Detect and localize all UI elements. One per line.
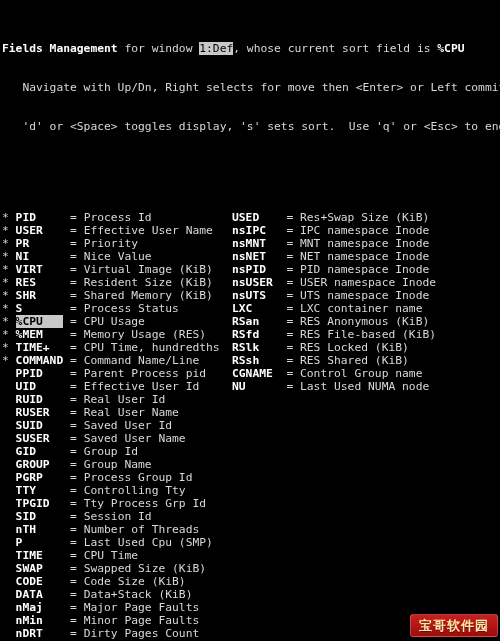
field-row[interactable]: DATA = Data+Stack (KiB) [2,588,498,601]
field-row[interactable]: * %CPU = CPU UsageRSan = RES Anonymous (… [2,315,498,328]
field-left: TIME = CPU Time [2,549,232,562]
field-equals: = [70,471,84,484]
field-star [2,614,16,627]
field-row[interactable]: * COMMAND = Command Name/LineRSsh = RES … [2,354,498,367]
field-left: nDRT = Dirty Pages Count [2,627,232,640]
field-left: * TIME+ = CPU Time, hundredths [2,341,232,354]
field-row[interactable]: CODE = Code Size (KiB) [2,575,498,588]
field-right [232,419,498,432]
field-row[interactable]: SID = Session Id [2,510,498,523]
field-star [2,562,16,575]
field-row[interactable]: nTH = Number of Threads [2,523,498,536]
field-left: GID = Group Id [2,445,232,458]
field-star [2,601,16,614]
field-right: nsPID = PID namespace Inode [232,263,498,276]
field-row[interactable]: GROUP = Group Name [2,458,498,471]
field-left: P = Last Used Cpu (SMP) [2,536,232,549]
field-equals: = [70,250,84,263]
field-row[interactable]: SUID = Saved User Id [2,419,498,432]
field-left: TPGID = Tty Process Grp Id [2,497,232,510]
field-star: * [2,328,16,341]
field-star [2,497,16,510]
field-right: USED = Res+Swap Size (KiB) [232,211,498,224]
field-desc: Effective User Id [84,380,200,393]
field-row[interactable]: * VIRT = Virtual Image (KiB)nsPID = PID … [2,263,498,276]
field-key: VIRT [16,263,64,276]
field-row[interactable]: PPID = Parent Process pidCGNAME = Contro… [2,367,498,380]
field-left: * PID = Process Id [2,211,232,224]
field-sep [63,432,70,445]
field-desc: Effective User Name [84,224,213,237]
field-row[interactable]: nMaj = Major Page Faults [2,601,498,614]
field-equals: = [70,380,84,393]
field-row[interactable]: * TIME+ = CPU Time, hundredthsRSlk = RES… [2,341,498,354]
blank-line [2,159,498,172]
field-row[interactable]: * USER = Effective User NamensIPC = IPC … [2,224,498,237]
field-row[interactable]: * NI = Nice ValuensNET = NET namespace I… [2,250,498,263]
field-sep [63,562,70,575]
field-equals: = [63,315,83,328]
field-equals: = [280,237,300,250]
field-row[interactable]: SWAP = Swapped Size (KiB) [2,562,498,575]
field-desc: IPC namespace Inode [300,224,429,237]
field-sep [63,211,70,224]
field-row[interactable]: SUSER = Saved User Name [2,432,498,445]
field-sep [63,536,70,549]
field-row[interactable]: TTY = Controlling Tty [2,484,498,497]
field-row[interactable]: RUSER = Real User Name [2,406,498,419]
field-sep [63,523,70,536]
header-line-2: Navigate with Up/Dn, Right selects for m… [2,81,498,94]
field-star [2,406,16,419]
field-sep [63,328,70,341]
field-equals: = [70,562,84,575]
field-left: * COMMAND = Command Name/Line [2,354,232,367]
field-key: SUID [16,419,64,432]
field-key: DATA [16,588,64,601]
field-row[interactable]: * PR = PrioritynsMNT = MNT namespace Ino… [2,237,498,250]
field-key: %MEM [16,328,64,341]
field-row[interactable]: GID = Group Id [2,445,498,458]
field-right [232,458,498,471]
field-row[interactable]: TPGID = Tty Process Grp Id [2,497,498,510]
watermark-badge: 宝哥软件园 [410,614,498,637]
field-right: RSsh = RES Shared (KiB) [232,354,498,367]
field-key: nsNET [232,250,280,263]
field-key: SID [16,510,64,523]
field-row[interactable]: P = Last Used Cpu (SMP) [2,536,498,549]
field-desc: Group Name [84,458,152,471]
field-row[interactable]: TIME = CPU Time [2,549,498,562]
field-equals: = [70,419,84,432]
field-equals: = [280,250,300,263]
field-desc: CPU Usage [84,315,145,328]
field-left: RUSER = Real User Name [2,406,232,419]
field-equals: = [70,458,84,471]
field-sep [63,458,70,471]
field-equals: = [70,224,84,237]
field-key: nMin [16,614,64,627]
field-row[interactable]: * %MEM = Memory Usage (RES)RSfd = RES Fi… [2,328,498,341]
field-row[interactable]: * SHR = Shared Memory (KiB)nsUTS = UTS n… [2,289,498,302]
field-desc: PID namespace Inode [300,263,429,276]
field-left: SWAP = Swapped Size (KiB) [2,562,232,575]
field-sep [63,510,70,523]
field-equals: = [280,289,300,302]
field-row[interactable]: PGRP = Process Group Id [2,471,498,484]
field-equals: = [70,614,84,627]
field-sep [63,224,70,237]
field-left: RUID = Real User Id [2,393,232,406]
fields-management-screen[interactable]: Fields Management for window 1:Def, whos… [0,0,500,641]
field-equals: = [70,432,84,445]
field-right [232,393,498,406]
field-desc: Session Id [84,510,152,523]
watermark-container: 宝哥软件园 [410,614,498,637]
field-star [2,367,16,380]
field-row[interactable]: RUID = Real User Id [2,393,498,406]
field-left: * PR = Priority [2,237,232,250]
field-row[interactable]: UID = Effective User IdNU = Last Used NU… [2,380,498,393]
field-row[interactable]: * PID = Process IdUSED = Res+Swap Size (… [2,211,498,224]
field-right: nsIPC = IPC namespace Inode [232,224,498,237]
field-equals: = [70,237,84,250]
field-equals: = [70,510,84,523]
field-row[interactable]: * RES = Resident Size (KiB)nsUSER = USER… [2,276,498,289]
field-row[interactable]: * S = Process StatusLXC = LXC container … [2,302,498,315]
